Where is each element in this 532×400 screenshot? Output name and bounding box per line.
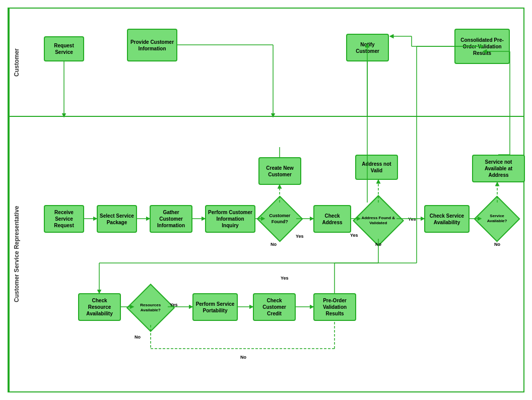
address-not-valid-box: Address not Valid [355,155,398,180]
yes-label-bottom: Yes [281,276,289,281]
provide-customer-info-box: Provide Customer Information [127,29,177,61]
consolidated-preorder-box: Consolidated Pre-Order Validation Result… [454,29,510,64]
lane-customer-content: Request Service Provide Customer Informa… [24,9,523,116]
no-label-bottom: No [240,355,246,360]
perform-service-portability-box: Perform Service Portability [192,293,238,321]
yes-label-customer-found: Yes [296,234,304,239]
check-customer-credit-box: Check Customer Credit [253,293,296,321]
receive-service-request-box: Receive Service Request [44,205,84,233]
lane-csr-label: Customer Service Representative [9,117,24,391]
request-service-box: Request Service [44,36,84,61]
gather-customer-info-box: Gather Customer Information [150,205,192,233]
create-new-customer-box: Create New Customer [258,157,301,185]
yes-label-address: Yes [350,233,358,238]
resources-available-diamond: Resources Available? [126,284,175,332]
service-not-available-box: Service not Available at Address [472,155,525,182]
top-lane-arrows [24,9,523,116]
check-service-avail-box: Check Service Availability [424,205,470,233]
perform-inquiry-box: Perform Customer Information Inquiry [205,205,255,233]
notify-customer-box: Notify Customer [346,34,389,61]
service-available-diamond: Service Available? [474,196,520,242]
check-address-box: Check Address [313,205,351,233]
no-label-customer-found: No [271,242,277,247]
no-label-service: No [494,242,500,247]
yes-label-resources: Yes [170,302,178,307]
select-service-package-box: Select Service Package [97,205,137,233]
no-label-resources: No [135,335,141,340]
check-resource-box: Check Resource Availability [78,293,121,321]
lane-csr: Customer Service Representative Receive … [9,117,523,391]
lane-csr-content: Receive Service Request Select Service P… [24,117,523,391]
lane-customer: Customer Request Service Provide Custome… [9,9,523,117]
no-label-address: No [375,242,381,247]
preorder-validation-box: Pre-Order Validation Results [313,293,356,321]
diagram-container: Customer Request Service Provide Custome… [8,8,524,392]
yes-label-service: Yes [408,217,416,222]
lane-customer-label: Customer [9,9,24,116]
address-found-diamond: Address Found & Validated [353,195,404,246]
